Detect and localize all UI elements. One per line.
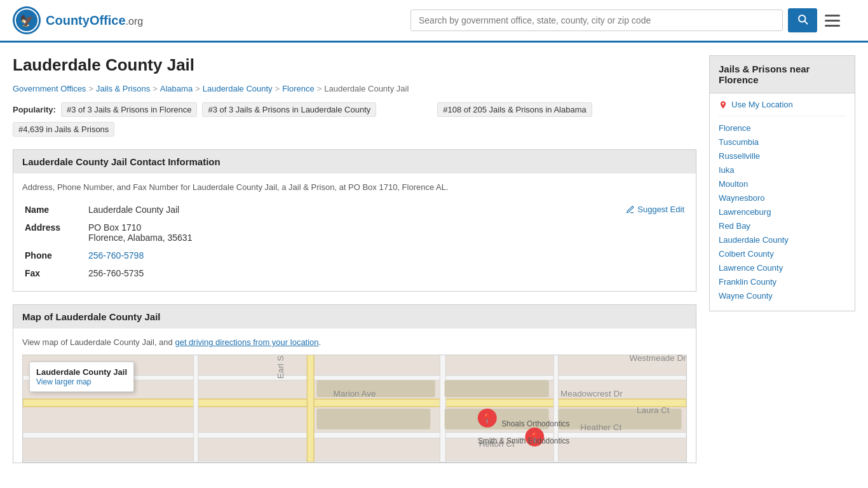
logo-icon: 🦅	[13, 6, 41, 34]
phone-link[interactable]: 256-760-5798	[88, 250, 144, 261]
svg-rect-12	[553, 355, 558, 462]
sidebar-link-9[interactable]: Colbert County	[719, 249, 774, 259]
svg-text:Shoals Orthodontics: Shoals Orthodontics	[501, 419, 569, 428]
sidebar-link-1[interactable]: Tuscumbia	[719, 137, 759, 147]
breadcrumb-current: Lauderdale County Jail	[324, 84, 409, 93]
sidebar-link-0[interactable]: Florence	[719, 123, 751, 133]
search-area	[410, 8, 843, 32]
svg-text:Marion Ave: Marion Ave	[334, 389, 376, 398]
contact-section-header: Lauderdale County Jail Contact Informati…	[13, 149, 696, 173]
contact-description: Address, Phone Number, and Fax Number fo…	[22, 182, 687, 192]
sidebar-list-item: Tuscumbia	[719, 137, 846, 147]
svg-rect-9	[23, 461, 686, 462]
sidebar-list-item: Russellville	[719, 151, 846, 161]
suggest-edit-button[interactable]: Suggest Edit	[626, 205, 684, 214]
address-value: PO Box 1710 Florence, Alabama, 35631	[86, 219, 687, 247]
sidebar-list-item: Iuka	[719, 165, 846, 175]
sidebar-body: Use My Location FlorenceTuscumbiaRussell…	[709, 93, 855, 311]
map-section-body: View map of Lauderdale County Jail, and …	[13, 329, 696, 463]
sidebar-link-5[interactable]: Waynesboro	[719, 193, 765, 203]
svg-text:🦅: 🦅	[20, 14, 34, 28]
sidebar-link-2[interactable]: Russellville	[719, 151, 760, 161]
breadcrumb-jails-prisons[interactable]: Jails & Prisons	[96, 84, 150, 93]
sidebar-list-item: Moulton	[719, 179, 846, 189]
breadcrumb-florence[interactable]: Florence	[282, 84, 315, 93]
breadcrumb-sep-3: >	[195, 84, 200, 93]
sidebar-link-3[interactable]: Iuka	[719, 165, 735, 175]
svg-rect-7	[23, 432, 686, 438]
main-container: Lauderdale County Jail Government Office…	[0, 43, 868, 488]
breadcrumb-lauderdale-county[interactable]: Lauderdale County	[203, 84, 273, 93]
breadcrumb-sep-5: >	[317, 84, 322, 93]
breadcrumb-sep-4: >	[275, 84, 280, 93]
svg-text:Meadowcrest Dr: Meadowcrest Dr	[560, 389, 623, 398]
breadcrumb-sep-2: >	[153, 84, 158, 93]
svg-rect-14	[316, 409, 430, 430]
page-title: Lauderdale County Jail	[13, 55, 696, 75]
address-label: Address	[22, 219, 86, 247]
sidebar: Jails & Prisons near Florence Use My Loc…	[709, 55, 855, 476]
sidebar-link-10[interactable]: Lawrence County	[719, 263, 783, 273]
svg-text:Laura Ct: Laura Ct	[637, 405, 670, 415]
popularity-badge-1: #3 of 3 Jails & Prisons in Lauderdale Co…	[202, 102, 376, 117]
fax-value: 256-760-5735	[86, 264, 687, 282]
name-value: Lauderdale County Jail Suggest Edit	[86, 201, 687, 219]
breadcrumb-alabama[interactable]: Alabama	[160, 84, 193, 93]
sidebar-list-item: Wayne County	[719, 290, 846, 301]
popularity-badge-0: #3 of 3 Jails & Prisons in Florence	[61, 102, 198, 117]
sidebar-link-4[interactable]: Moulton	[719, 179, 748, 189]
svg-rect-11	[440, 355, 445, 462]
svg-text:Heather Ct: Heather Ct	[580, 423, 621, 432]
search-icon	[797, 13, 808, 25]
svg-rect-6	[23, 399, 686, 407]
sidebar-link-6[interactable]: Lawrenceburg	[719, 207, 771, 217]
sidebar-list-item: Colbert County	[719, 248, 846, 259]
use-my-location-link[interactable]: Use My Location	[719, 100, 846, 116]
logo-area: 🦅 CountyOffice.org	[13, 6, 143, 34]
search-button[interactable]	[788, 8, 817, 32]
sidebar-link-12[interactable]: Wayne County	[719, 291, 773, 301]
contact-table: Name Lauderdale County Jail Suggest Edit	[22, 201, 687, 282]
sidebar-list-item: Red Bay	[719, 220, 846, 231]
svg-rect-10	[307, 355, 313, 462]
map-container[interactable]: Marion Ave Meadowcrest Dr Helton Ct Heat…	[22, 355, 687, 463]
sidebar-link-11[interactable]: Franklin County	[719, 277, 776, 287]
location-pin-icon	[719, 100, 728, 109]
view-larger-map-link[interactable]: View larger map	[36, 377, 91, 386]
popularity-label: Popularity:	[13, 105, 56, 114]
search-input[interactable]	[410, 10, 783, 31]
sidebar-list-item: Florence	[719, 123, 846, 133]
sidebar-link-8[interactable]: Lauderdale County	[719, 235, 789, 245]
sidebar-header: Jails & Prisons near Florence	[709, 55, 855, 93]
table-row-address: Address PO Box 1710 Florence, Alabama, 3…	[22, 219, 687, 247]
phone-value: 256-760-5798	[86, 247, 687, 264]
map-popup-title: Lauderdale County Jail	[36, 367, 127, 377]
svg-text:📍: 📍	[481, 413, 493, 424]
popularity-badge-3: #4,639 in Jails & Prisons	[13, 122, 114, 137]
popularity-badge-2: #108 of 205 Jails & Prisons in Alabama	[437, 102, 592, 117]
breadcrumb-government-offices[interactable]: Government Offices	[13, 84, 86, 93]
svg-line-4	[804, 21, 807, 24]
table-row-name: Name Lauderdale County Jail Suggest Edit	[22, 201, 687, 219]
svg-text:Westmeade Dr: Westmeade Dr	[630, 355, 686, 363]
driving-directions-link[interactable]: get driving directions from your locatio…	[175, 337, 318, 347]
sidebar-list-item: Lawrence County	[719, 262, 846, 273]
suggest-edit-icon	[626, 205, 635, 214]
contact-section-body: Address, Phone Number, and Fax Number fo…	[13, 173, 696, 292]
header: 🦅 CountyOffice.org	[0, 0, 868, 43]
sidebar-list-item: Lawrenceburg	[719, 207, 846, 217]
sidebar-links: FlorenceTuscumbiaRussellvilleIukaMoulton…	[719, 123, 846, 301]
map-popup: Lauderdale County Jail View larger map	[29, 362, 134, 392]
breadcrumb: Government Offices > Jails & Prisons > A…	[13, 84, 696, 93]
map-description: View map of Lauderdale County Jail, and …	[22, 337, 687, 347]
svg-text:Smith & Smith Endodontics: Smith & Smith Endodontics	[478, 437, 569, 445]
sidebar-link-7[interactable]: Red Bay	[719, 221, 750, 231]
sidebar-list-item: Franklin County	[719, 276, 846, 287]
menu-button[interactable]	[822, 12, 843, 29]
popularity-bar: Popularity: #3 of 3 Jails & Prisons in F…	[13, 102, 696, 137]
phone-label: Phone	[22, 247, 86, 264]
sidebar-list-item: Lauderdale County	[719, 234, 846, 245]
map-section-header: Map of Lauderdale County Jail	[13, 304, 696, 329]
table-row-phone: Phone 256-760-5798	[22, 247, 687, 264]
svg-text:Earl St: Earl St	[276, 355, 285, 379]
